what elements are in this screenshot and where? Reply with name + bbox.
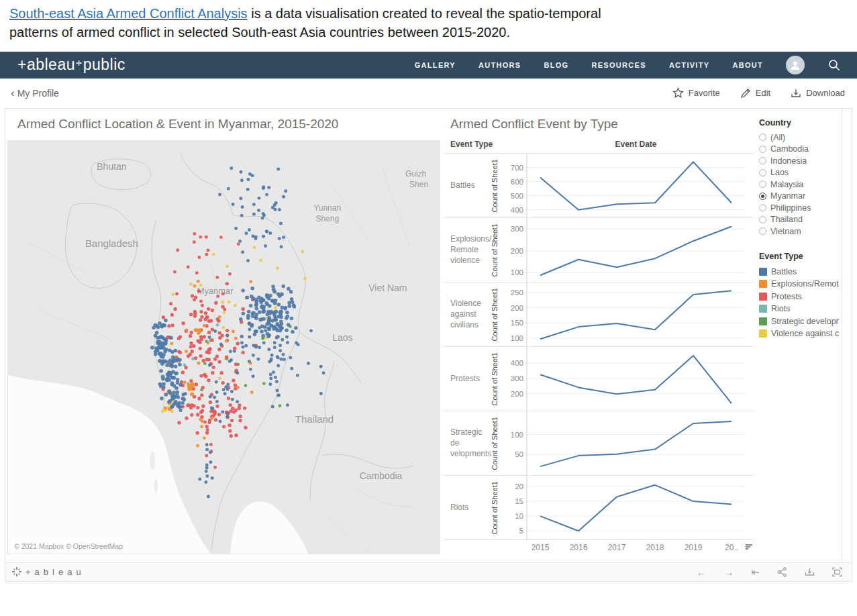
- conflict-event-dot[interactable]: [246, 188, 250, 191]
- conflict-event-dot[interactable]: [273, 314, 277, 318]
- back-to-profile-link[interactable]: ‹My Profile: [11, 87, 59, 100]
- conflict-event-dot[interactable]: [163, 342, 167, 346]
- conflict-event-dot[interactable]: [237, 242, 240, 246]
- conflict-event-dot[interactable]: [271, 319, 275, 323]
- conflict-event-dot[interactable]: [258, 326, 261, 329]
- conflict-event-dot[interactable]: [179, 409, 183, 412]
- conflict-event-dot[interactable]: [250, 323, 254, 326]
- conflict-event-dot[interactable]: [244, 384, 247, 387]
- conflict-event-dot[interactable]: [189, 352, 192, 356]
- conflict-event-dot[interactable]: [222, 425, 225, 428]
- conflict-event-dot[interactable]: [193, 240, 196, 244]
- conflict-event-dot[interactable]: [274, 376, 277, 379]
- conflict-event-dot[interactable]: [258, 310, 262, 314]
- conflict-event-dot[interactable]: [276, 266, 279, 270]
- conflict-event-dot[interactable]: [207, 495, 210, 498]
- conflict-event-dot[interactable]: [164, 319, 168, 323]
- country-option-philippines[interactable]: Philippines: [759, 202, 839, 214]
- conflict-event-dot[interactable]: [189, 313, 193, 316]
- conflict-event-dot[interactable]: [275, 380, 279, 383]
- conflict-event-dot[interactable]: [228, 429, 232, 432]
- conflict-event-dot[interactable]: [199, 283, 203, 287]
- conflict-event-dot[interactable]: [199, 310, 203, 313]
- conflict-event-dot[interactable]: [170, 376, 174, 380]
- conflict-event-dot[interactable]: [268, 311, 272, 315]
- conflict-event-dot[interactable]: [260, 317, 264, 321]
- conflict-event-dot[interactable]: [203, 436, 206, 440]
- conflict-event-dot[interactable]: [271, 206, 274, 209]
- conflict-event-dot[interactable]: [282, 195, 285, 199]
- trend-line[interactable]: [540, 291, 732, 339]
- conflict-event-dot[interactable]: [155, 331, 159, 335]
- conflict-event-dot[interactable]: [270, 299, 274, 303]
- conflict-event-dot[interactable]: [211, 407, 214, 410]
- conflict-event-dot[interactable]: [279, 358, 283, 361]
- country-option-all[interactable]: (All): [759, 132, 839, 144]
- conflict-event-dot[interactable]: [289, 356, 292, 359]
- conflict-event-dot[interactable]: [195, 328, 199, 332]
- conflict-event-dot[interactable]: [264, 329, 267, 332]
- conflict-event-dot[interactable]: [167, 324, 170, 327]
- conflict-event-dot[interactable]: [169, 302, 172, 305]
- conflict-event-dot[interactable]: [201, 409, 204, 412]
- conflict-event-dot[interactable]: [217, 319, 220, 322]
- conflict-event-dot[interactable]: [248, 327, 251, 331]
- conflict-event-dot[interactable]: [242, 311, 246, 315]
- conflict-event-dot[interactable]: [240, 334, 244, 338]
- conflict-event-dot[interactable]: [253, 246, 256, 249]
- conflict-event-dot[interactable]: [228, 272, 232, 275]
- conflict-event-dot[interactable]: [205, 253, 208, 256]
- conflict-event-dot[interactable]: [184, 366, 187, 369]
- conflict-event-dot[interactable]: [213, 329, 217, 333]
- conflict-event-dot[interactable]: [273, 290, 277, 294]
- conflict-event-dot[interactable]: [215, 391, 219, 394]
- conflict-event-dot[interactable]: [174, 400, 177, 403]
- conflict-event-dot[interactable]: [221, 292, 225, 295]
- conflict-event-dot[interactable]: [278, 208, 281, 211]
- conflict-event-dot[interactable]: [208, 363, 211, 366]
- conflict-event-dot[interactable]: [246, 313, 250, 317]
- conflict-event-dot[interactable]: [221, 410, 224, 413]
- conflict-event-dot[interactable]: [276, 303, 281, 307]
- trend-line[interactable]: [540, 162, 732, 209]
- conflict-event-dot[interactable]: [239, 317, 243, 321]
- conflict-event-dot[interactable]: [241, 289, 245, 293]
- conflict-event-dot[interactable]: [273, 346, 276, 349]
- conflict-event-dot[interactable]: [170, 313, 174, 316]
- conflict-event-dot[interactable]: [203, 335, 206, 338]
- country-option-indonesia[interactable]: Indonesia: [759, 155, 839, 167]
- conflict-event-dot[interactable]: [175, 393, 179, 397]
- conflict-event-dot[interactable]: [193, 298, 196, 301]
- conflict-event-dot[interactable]: [232, 203, 235, 206]
- conflict-event-dot[interactable]: [212, 365, 215, 368]
- conflict-event-dot[interactable]: [226, 412, 230, 415]
- conflict-event-dot[interactable]: [207, 248, 210, 252]
- tableau-footer-logo[interactable]: +ableau: [12, 567, 85, 577]
- avatar[interactable]: [786, 56, 805, 74]
- conflict-event-dot[interactable]: [225, 355, 228, 358]
- conflict-event-dot[interactable]: [262, 235, 265, 238]
- conflict-event-dot[interactable]: [252, 297, 256, 301]
- conflict-event-dot[interactable]: [185, 350, 188, 353]
- conflict-event-dot[interactable]: [250, 391, 254, 394]
- legend-item-strategic-developme[interactable]: Strategic developme...: [759, 315, 839, 327]
- conflict-event-dot[interactable]: [284, 189, 287, 193]
- map-panel[interactable]: BhutanBangladeshYunnanShengGuizhShenMyan…: [7, 140, 440, 554]
- conflict-event-dot[interactable]: [294, 326, 298, 330]
- conflict-event-dot[interactable]: [278, 237, 281, 240]
- conflict-event-dot[interactable]: [240, 341, 244, 344]
- conflict-event-dot[interactable]: [205, 431, 209, 434]
- conflict-event-dot[interactable]: [301, 250, 304, 253]
- conflict-event-dot[interactable]: [230, 434, 233, 438]
- conflict-event-dot[interactable]: [219, 419, 222, 423]
- conflict-event-dot[interactable]: [205, 425, 208, 428]
- country-option-vietnam[interactable]: Vietnam: [759, 225, 839, 238]
- conflict-event-dot[interactable]: [281, 338, 284, 342]
- conflict-event-dot[interactable]: [228, 300, 231, 303]
- conflict-event-dot[interactable]: [287, 287, 291, 291]
- conflict-event-dot[interactable]: [196, 406, 199, 409]
- favorite-button[interactable]: Favorite: [672, 87, 720, 99]
- conflict-event-dot[interactable]: [204, 311, 207, 315]
- conflict-event-dot[interactable]: [205, 454, 208, 457]
- conflict-event-dot[interactable]: [223, 307, 226, 311]
